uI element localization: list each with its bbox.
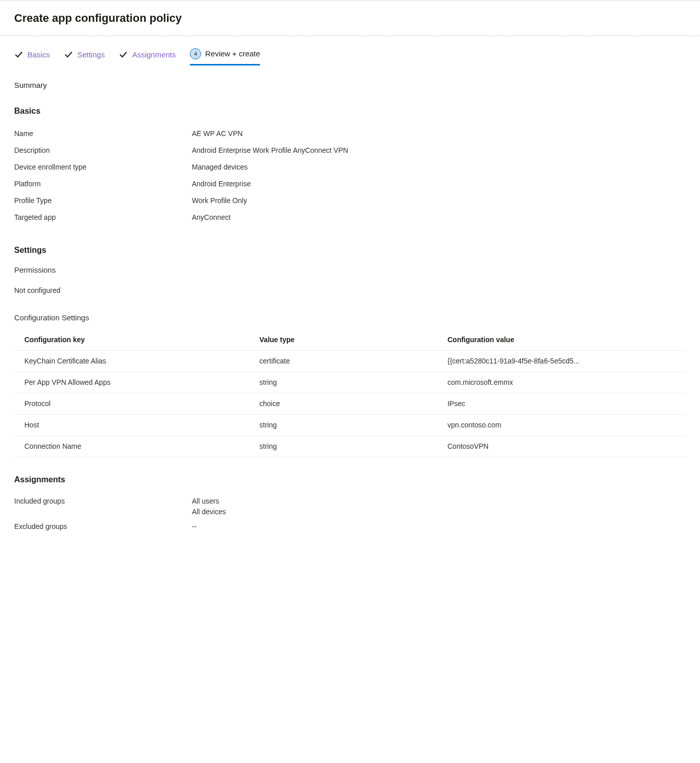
- basics-key: Platform: [14, 179, 192, 189]
- check-icon: [119, 50, 128, 59]
- basics-row: Name AE WP AC VPN: [14, 125, 686, 142]
- tab-settings-label: Settings: [77, 49, 105, 61]
- basics-value: Managed devices: [192, 162, 248, 173]
- basics-row: Platform Android Enterprise: [14, 176, 686, 192]
- config-table-header-type: Value type: [249, 329, 437, 351]
- excluded-groups-row: Excluded groups --: [14, 519, 686, 534]
- basics-row: Device enrollment type Managed devices: [14, 159, 686, 176]
- summary-label: Summary: [14, 80, 686, 91]
- assignments-heading: Assignments: [14, 474, 686, 486]
- basics-key: Device enrollment type: [14, 162, 192, 173]
- tab-review-create[interactable]: 4 Review + create: [190, 48, 260, 65]
- excluded-groups-values: --: [192, 521, 196, 532]
- config-value: IPsec: [437, 393, 686, 415]
- step-number-badge: 4: [190, 48, 201, 59]
- config-type: string: [249, 415, 437, 436]
- wizard-tabs: Basics Settings Assignments 4 Review + c…: [14, 48, 686, 65]
- table-row: Host string vpn.contoso.com: [14, 415, 686, 436]
- tab-basics-label: Basics: [27, 49, 50, 61]
- config-key: Protocol: [14, 393, 249, 415]
- config-value: ContosoVPN: [437, 436, 686, 457]
- permissions-value: Not configured: [14, 285, 686, 296]
- basics-table: Name AE WP AC VPN Description Android En…: [14, 125, 686, 226]
- basics-key: Profile Type: [14, 195, 192, 206]
- assignments-table: Included groups All users All devices Ex…: [14, 494, 686, 534]
- config-type: string: [249, 372, 437, 393]
- tab-settings[interactable]: Settings: [64, 49, 105, 65]
- config-table-header-key: Configuration key: [14, 329, 249, 351]
- basics-key: Description: [14, 145, 192, 156]
- permissions-label: Permissions: [14, 264, 686, 276]
- config-value: vpn.contoso.com: [437, 415, 686, 436]
- basics-row: Description Android Enterprise Work Prof…: [14, 142, 686, 159]
- content-area: Basics Settings Assignments 4 Review + c…: [0, 36, 700, 556]
- included-group-value: All devices: [192, 507, 226, 517]
- check-icon: [14, 50, 23, 59]
- tab-assignments[interactable]: Assignments: [119, 49, 176, 65]
- config-type: certificate: [249, 351, 437, 372]
- included-groups-label: Included groups: [14, 496, 192, 517]
- tab-basics[interactable]: Basics: [14, 49, 50, 65]
- table-row: Per App VPN Allowed Apps string com.micr…: [14, 372, 686, 393]
- basics-value: AE WP AC VPN: [192, 128, 243, 139]
- table-row: Protocol choice IPsec: [14, 393, 686, 415]
- table-row: Connection Name string ContosoVPN: [14, 436, 686, 457]
- basics-key: Name: [14, 128, 192, 139]
- page-title: Create app configuration policy: [14, 10, 686, 26]
- config-value: com.microsoft.emmx: [437, 372, 686, 393]
- config-type: choice: [249, 393, 437, 415]
- config-settings-table: Configuration key Value type Configurati…: [14, 329, 686, 457]
- included-groups-row: Included groups All users All devices: [14, 494, 686, 519]
- basics-row: Targeted app AnyConnect: [14, 209, 686, 226]
- included-groups-values: All users All devices: [192, 496, 226, 517]
- excluded-group-value: --: [192, 521, 196, 532]
- config-value: {{cert:a5280c11-91a9-4f5e-8fa6-5e5cd5...: [437, 351, 686, 372]
- tab-assignments-label: Assignments: [132, 49, 176, 61]
- basics-heading: Basics: [14, 105, 686, 117]
- config-key: Connection Name: [14, 436, 249, 457]
- config-table-header-value: Configuration value: [437, 329, 686, 351]
- config-key: Per App VPN Allowed Apps: [14, 372, 249, 393]
- basics-row: Profile Type Work Profile Only: [14, 192, 686, 209]
- basics-value: AnyConnect: [192, 212, 230, 223]
- config-settings-label: Configuration Settings: [14, 312, 686, 324]
- check-icon: [64, 50, 73, 59]
- basics-key: Targeted app: [14, 212, 192, 223]
- included-group-value: All users: [192, 496, 226, 507]
- config-key: Host: [14, 415, 249, 436]
- tab-review-label: Review + create: [205, 48, 260, 60]
- config-key: KeyChain Certificate Alias: [14, 351, 249, 372]
- page-header: Create app configuration policy: [0, 0, 700, 36]
- basics-value: Android Enterprise Work Profile AnyConne…: [192, 145, 348, 156]
- excluded-groups-label: Excluded groups: [14, 521, 192, 532]
- table-row: KeyChain Certificate Alias certificate {…: [14, 351, 686, 372]
- config-type: string: [249, 436, 437, 457]
- basics-value: Android Enterprise: [192, 179, 251, 189]
- basics-value: Work Profile Only: [192, 195, 247, 206]
- settings-heading: Settings: [14, 244, 686, 256]
